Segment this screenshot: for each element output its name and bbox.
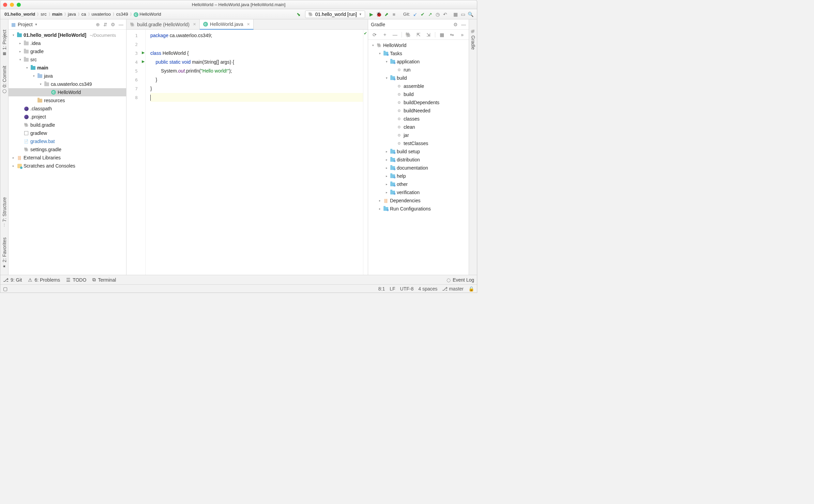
status-branch[interactable]: ⎇ master [442,286,464,292]
expand-arrow-icon[interactable] [385,158,389,161]
close-window-icon[interactable] [3,3,7,7]
code-line[interactable]: System.out.println("Hello world!"); [150,66,363,75]
expand-arrow-icon[interactable] [385,191,389,194]
tab-gradle[interactable]: 🐘Gradle [470,30,476,50]
minimize-panel-icon[interactable]: — [119,22,123,27]
expand-arrow-icon[interactable] [378,207,382,210]
line-number[interactable]: 3▶ [126,49,145,58]
tab-favorites[interactable]: ★2: Favorites [2,237,7,268]
expand-arrow-icon[interactable] [18,50,22,53]
expand-arrow-icon[interactable] [25,66,29,69]
tree-item[interactable]: 🐘HelloWorld [368,41,469,49]
git-revert-icon[interactable]: ↶ [441,11,449,18]
tab-commit[interactable]: ◯0: Commit [2,66,7,93]
tree-item[interactable]: .project [9,113,126,121]
expand-arrow-icon[interactable] [32,74,36,78]
tree-item[interactable]: ⚙buildDependents [368,98,469,107]
tree-item[interactable]: .idea [9,39,126,47]
tree-item[interactable]: distribution [368,156,469,164]
tree-item[interactable]: ⚙run [368,66,469,74]
tree-item[interactable]: application [368,58,469,66]
code-line[interactable]: } [150,84,363,93]
stop-icon[interactable]: ■ [390,11,398,18]
tree-item[interactable]: Tasks [368,49,469,58]
ide-settings-icon[interactable]: ▦ [452,11,459,18]
close-tab-icon[interactable]: ✕ [247,22,250,27]
tree-item[interactable]: ca.uwaterloo.cs349 [9,80,126,88]
tree-item[interactable]: java [9,72,126,80]
code-line[interactable]: class HelloWorld { [150,49,363,58]
expand-arrow-icon[interactable] [18,42,22,45]
tree-item[interactable]: documentation [368,164,469,172]
tree-item[interactable]: verification [368,188,469,196]
breadcrumb-item[interactable]: uwaterloo [90,12,112,17]
editor-tab[interactable]: 🐘build.gradle (HelloWorld)✕ [126,19,200,29]
refresh-icon[interactable]: ⟳ [371,31,378,38]
minimize-window-icon[interactable] [10,3,14,7]
gear-icon[interactable]: ⚙ [453,22,458,27]
tree-item[interactable]: ⚙clean [368,123,469,131]
tree-item[interactable]: ⚙buildNeeded [368,107,469,115]
expand-arrow-icon[interactable] [18,58,22,61]
tab-todo[interactable]: ☰TODO [66,277,86,283]
inspection-strip[interactable]: ✔ [363,30,368,275]
tree-item[interactable]: build setup [368,147,469,156]
tree-item[interactable]: ⚙build [368,90,469,98]
debug-icon[interactable]: 🐞 [375,11,383,18]
editor-code[interactable]: package ca.uwaterloo.cs349;class HelloWo… [146,30,363,275]
tab-git[interactable]: ⎇9: Git [3,277,22,283]
tab-project[interactable]: ▦1: Project [2,30,7,56]
tree-item[interactable]: 📄gradlew.bat [9,137,126,145]
tree-item[interactable]: gradlew [9,129,126,137]
git-history-icon[interactable]: ◷ [434,11,441,18]
tree-item[interactable]: CHelloWorld [9,88,126,96]
tool-windows-icon[interactable]: ▢ [3,286,7,292]
tree-item[interactable]: |||External Libraries [9,154,126,162]
editor-tab[interactable]: CHelloWorld.java✕ [200,19,254,30]
tree-item[interactable]: 01.hello_world [HelloWorld]~/Documents [9,31,126,39]
project-tree[interactable]: 01.hello_world [HelloWorld]~/Documents.i… [9,30,126,275]
presentation-icon[interactable]: ▭ [459,11,467,18]
expand-arrow-icon[interactable] [39,82,43,86]
tree-item[interactable]: .classpath [9,105,126,113]
breadcrumb-item[interactable]: cs349 [115,12,130,17]
add-icon[interactable]: ＋ [381,31,389,38]
remove-icon[interactable]: — [391,31,399,38]
tree-item[interactable]: other [368,180,469,188]
line-number[interactable]: 6 [126,75,145,84]
line-number[interactable]: 7 [126,84,145,93]
status-line-sep[interactable]: LF [390,286,395,292]
expand-icon[interactable]: ⇵ [103,22,107,27]
breadcrumb-item[interactable]: C HelloWorld [132,12,163,17]
expand-arrow-icon[interactable] [385,76,389,80]
build-icon[interactable]: ⬊ [295,11,302,18]
tree-item[interactable]: resources [9,96,126,105]
expand-all-icon[interactable]: ⇱ [415,31,422,38]
maximize-window-icon[interactable] [17,3,21,7]
search-icon[interactable]: 🔍 [467,11,474,18]
tree-item[interactable]: ⚙assemble [368,82,469,90]
expand-arrow-icon[interactable] [385,174,389,178]
event-log-button[interactable]: ◌Event Log [447,277,474,283]
expand-arrow-icon[interactable] [385,150,389,153]
more-icon[interactable]: » [458,31,466,38]
line-number[interactable]: 5 [126,66,145,75]
gear-icon[interactable]: ⚙ [111,22,115,27]
tree-item[interactable]: |||Dependencies [368,196,469,205]
status-indent[interactable]: 4 spaces [418,286,437,292]
tree-item[interactable]: 🐘settings.gradle [9,145,126,154]
project-panel-title[interactable]: Project [18,22,33,27]
code-line[interactable]: public static void main(String[] args) { [150,58,363,66]
lock-icon[interactable]: 🔒 [468,286,474,292]
code-line[interactable] [150,93,363,102]
line-number[interactable]: 8 [126,93,145,102]
breadcrumb-item[interactable]: java [66,12,77,17]
expand-arrow-icon[interactable] [378,199,382,202]
run-icon[interactable]: ▶ [368,11,375,18]
tree-item[interactable]: src [9,56,126,64]
tree-item[interactable]: ⚙jar [368,131,469,139]
chevron-down-icon[interactable]: ▼ [35,23,38,26]
expand-arrow-icon[interactable] [385,183,389,186]
tree-item[interactable]: ⚙classes [368,115,469,123]
coverage-icon[interactable]: ⬈ [383,11,390,18]
